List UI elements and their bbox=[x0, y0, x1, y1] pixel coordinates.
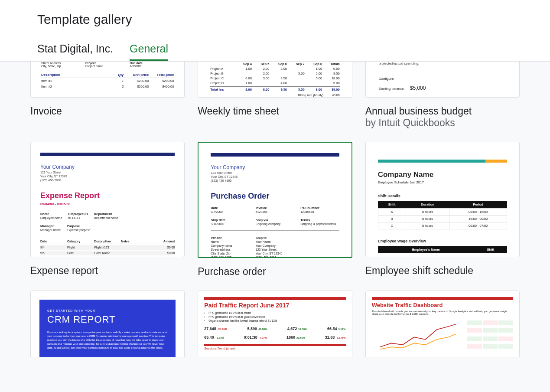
template-paid-traffic[interactable]: Paid Traffic Report June 2017 PPC genera… bbox=[198, 291, 352, 357]
text: Flight #123 bbox=[94, 246, 121, 249]
text: 9/4 bbox=[40, 246, 67, 249]
text: Item #1 bbox=[41, 79, 98, 83]
text: $200.00 bbox=[124, 85, 149, 88]
text: 08:00 - 16:00 bbox=[449, 209, 507, 216]
text: P.O. number bbox=[300, 206, 339, 210]
text bbox=[305, 81, 322, 85]
template-website-traffic[interactable]: Website Traffic Dashboard This dashboard… bbox=[365, 291, 520, 357]
text: projected/actual spending. bbox=[379, 62, 506, 65]
template-shift-schedule[interactable]: Company Name Employee Schedule Jan 2017 … bbox=[365, 142, 520, 278]
text: 31.58 bbox=[325, 335, 335, 340]
text: Project bbox=[85, 62, 96, 65]
text: Employee Wage Overview bbox=[378, 239, 507, 243]
text: Project D bbox=[210, 81, 234, 85]
template-thumbnail: projected/actual spending. Configure Sta… bbox=[365, 62, 520, 98]
text: 123 Your Street bbox=[211, 171, 339, 174]
text: 6.00 bbox=[234, 76, 252, 80]
text: 2.50 bbox=[252, 72, 270, 75]
text: Employee name bbox=[40, 216, 62, 219]
template-weekly-timesheet[interactable]: Sep 4Sep 5Sep 6Sep 7Sep 8Totals Project … bbox=[198, 62, 352, 129]
text: 4,672 bbox=[287, 327, 297, 331]
text: 52.39% bbox=[298, 328, 307, 330]
text bbox=[121, 246, 148, 249]
text: 4.00 bbox=[269, 81, 287, 85]
text: -24.86% bbox=[218, 328, 227, 330]
tab-org[interactable]: Stat Digital, Inc. bbox=[37, 42, 113, 61]
text: Due date bbox=[130, 62, 143, 65]
text: Shipping & payment terms bbox=[300, 222, 336, 225]
text: 1.00 bbox=[234, 67, 252, 71]
text: $5,000 bbox=[410, 85, 426, 91]
text bbox=[121, 252, 148, 255]
template-crm-report[interactable]: GET STARTED WITH YOUR CRM REPORT If you … bbox=[30, 291, 185, 357]
text: 3.50 bbox=[269, 76, 287, 80]
template-invoice[interactable]: Street address City, State, Zip Project … bbox=[30, 62, 185, 129]
text: 123 Your Street bbox=[40, 171, 175, 174]
text bbox=[269, 72, 287, 75]
text: 1 bbox=[98, 79, 124, 83]
text: Vendor bbox=[211, 236, 249, 240]
text: 0:01:38 bbox=[244, 335, 257, 340]
text: Date bbox=[40, 240, 67, 243]
text: 3.00 bbox=[252, 76, 270, 80]
text: Sep 4 bbox=[234, 62, 252, 66]
template-gallery: Street address City, State, Zip Project … bbox=[0, 62, 550, 375]
template-title: Weekly time sheet bbox=[198, 105, 352, 117]
text: GET STARTED WITH YOUR bbox=[47, 309, 168, 312]
template-annual-budget[interactable]: projected/actual spending. Configure Sta… bbox=[365, 62, 520, 129]
text: Duration bbox=[406, 201, 449, 209]
text: PPC generated 14.2% of all traffic bbox=[208, 311, 345, 314]
text: 8.00 bbox=[252, 88, 270, 91]
template-title: Invoice bbox=[30, 105, 185, 117]
text: Expense Report bbox=[40, 191, 175, 200]
text: Sep 7 bbox=[287, 62, 305, 66]
text: $200.00 bbox=[124, 79, 149, 83]
text: Qty bbox=[98, 73, 124, 77]
text: 2.00 bbox=[305, 72, 322, 75]
text bbox=[287, 67, 305, 71]
text: Category bbox=[67, 240, 94, 243]
text: (123) 456-7890 bbox=[256, 256, 277, 258]
template-expense-report[interactable]: Your Company 123 Your Street Your City, … bbox=[30, 142, 185, 278]
text: Manager bbox=[40, 224, 61, 228]
text: 9.50 bbox=[269, 88, 287, 91]
text: Website Traffic Dashboard bbox=[372, 302, 513, 308]
text: C bbox=[378, 222, 406, 229]
text: 8 hours bbox=[406, 216, 449, 222]
text: 18.00 bbox=[322, 76, 340, 80]
text: City, State, Zip bbox=[211, 252, 230, 255]
text: 8.00 bbox=[305, 88, 322, 91]
text: Your City, ST 12345 bbox=[211, 175, 339, 178]
header: Template gallery Stat Digital, Inc. Gene… bbox=[0, 0, 550, 62]
text: Description bbox=[41, 73, 98, 77]
text: Ship via bbox=[256, 218, 294, 222]
text: Department name bbox=[94, 216, 118, 219]
text: (123) 456-7890 bbox=[211, 256, 231, 258]
text: 2.00 bbox=[252, 67, 270, 71]
text: +3.92% bbox=[215, 336, 225, 339]
text: Project C bbox=[210, 76, 234, 80]
text: Department bbox=[94, 212, 118, 216]
template-thumbnail: GET STARTED WITH YOUR CRM REPORT If you … bbox=[30, 291, 185, 357]
template-purchase-order[interactable]: Your Company 123 Your Street Your City, … bbox=[198, 142, 352, 278]
text: 65.40 bbox=[204, 335, 214, 340]
text: 5,890 bbox=[247, 327, 257, 331]
text: 9.50 bbox=[322, 72, 340, 75]
text: $0.00 bbox=[148, 252, 175, 255]
text: Expense purpose bbox=[67, 229, 90, 232]
text: 2 bbox=[98, 85, 124, 88]
text: 5.00 bbox=[287, 72, 305, 75]
text: Purpose bbox=[67, 224, 90, 228]
text: 5.00 bbox=[322, 81, 340, 85]
page-title: Template gallery bbox=[0, 0, 550, 31]
template-title: Expense report bbox=[30, 265, 185, 277]
text: 1.00 bbox=[305, 67, 322, 71]
text: Project B bbox=[210, 72, 234, 75]
text: Company name bbox=[211, 244, 232, 247]
text: (123) 456-7890 bbox=[40, 179, 175, 182]
text: 27,648 bbox=[204, 327, 216, 331]
tab-general[interactable]: General bbox=[130, 42, 168, 61]
template-thumbnail: Website Traffic Dashboard This dashboard… bbox=[365, 291, 520, 357]
template-subtitle: by Intuit Quickbooks bbox=[365, 117, 520, 129]
tab-bar: Stat Digital, Inc. General bbox=[0, 31, 550, 61]
